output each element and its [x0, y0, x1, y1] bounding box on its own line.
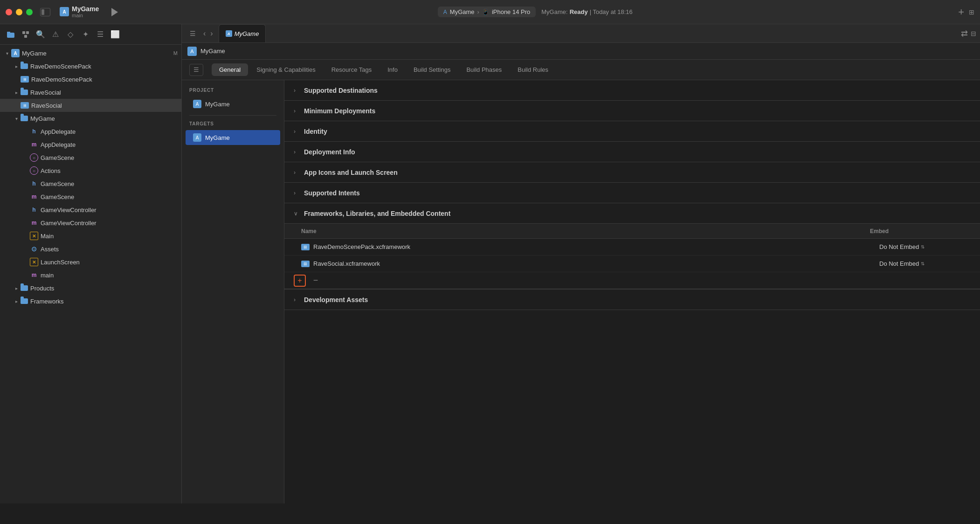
- nav-back-button[interactable]: ‹: [201, 28, 207, 40]
- svg-rect-2: [22, 31, 25, 34]
- project-nav-item-mygame[interactable]: A MyGame: [186, 97, 280, 111]
- section-app-icons[interactable]: › App Icons and Launch Screen: [284, 162, 980, 183]
- tab-build-rules[interactable]: Build Rules: [510, 63, 556, 76]
- device-label: iPhone 14 Pro: [492, 8, 530, 15]
- tree-item-launchscreen[interactable]: ✕ LaunchScreen: [0, 255, 181, 269]
- tree-item-main-xib[interactable]: ✕ Main: [0, 229, 181, 242]
- tab-bar-actions: ⇄ ⊟: [961, 24, 976, 42]
- tree-item-rave-demo-file[interactable]: ⊞ RaveDemoScenePack: [0, 73, 181, 86]
- section-minimum-deployments[interactable]: › Minimum Deployments: [284, 101, 980, 121]
- nav-forward-button[interactable]: ›: [208, 28, 214, 40]
- sidebar-panel-toggle[interactable]: ☰: [186, 27, 200, 41]
- tab-resource-tags[interactable]: Resource Tags: [324, 63, 379, 76]
- tree-item-mygame-folder[interactable]: MyGame: [0, 112, 181, 125]
- tree-item-actions[interactable]: ○ Actions: [0, 164, 181, 177]
- device-icon: 📱: [482, 9, 489, 15]
- framework-row-1[interactable]: ⊞ RaveSocial.xcframework Do Not Embed ⇅: [284, 255, 980, 272]
- chevron-development-assets-icon: ›: [294, 296, 300, 303]
- breadcrumb-icon-label: A: [190, 48, 193, 54]
- tree-item-rave-social-group[interactable]: RaveSocial: [0, 86, 181, 99]
- app-icon: A: [443, 9, 447, 15]
- section-deployment-info[interactable]: › Deployment Info: [284, 142, 980, 162]
- add-button[interactable]: +: [958, 6, 964, 18]
- warning-icon[interactable]: ⚠: [48, 28, 62, 41]
- add-framework-button[interactable]: +: [294, 275, 306, 287]
- framework-file-icon-2: ⊞: [21, 102, 29, 109]
- tab-build-phases[interactable]: Build Phases: [459, 63, 509, 76]
- content-area: ☰ ‹ › A MyGame ⇄ ⊟ A MyGame: [182, 24, 980, 503]
- scheme-label: MyGame: [450, 8, 475, 15]
- tab-info[interactable]: Info: [380, 63, 405, 76]
- breadcrumb-text[interactable]: MyGame: [200, 48, 225, 55]
- embed-dropdown-0[interactable]: Do Not Embed ⇅: [879, 243, 963, 250]
- run-button[interactable]: [108, 6, 121, 19]
- target-nav-item-mygame[interactable]: A MyGame: [186, 130, 280, 145]
- remove-framework-button[interactable]: −: [310, 275, 322, 287]
- chevron-identity-icon: ›: [294, 128, 300, 135]
- sidebar-toggle-button[interactable]: [40, 8, 50, 16]
- nav-controls: ☰ ‹ ›: [186, 24, 215, 42]
- fullscreen-button[interactable]: [26, 9, 33, 15]
- source-control-icon[interactable]: [19, 28, 33, 41]
- embed-dropdown-1[interactable]: Do Not Embed ⇅: [879, 260, 963, 267]
- tree-item-gvc-h[interactable]: h GameViewController: [0, 203, 181, 216]
- tree-item-rave-demo-group[interactable]: RaveDemoScenePack: [0, 60, 181, 73]
- title-bar: A MyGame main A MyGame › 📱 iPhone 14 Pro…: [0, 0, 980, 24]
- chevron-app-icons-icon: ›: [294, 169, 300, 176]
- tree-item-products[interactable]: Products: [0, 282, 181, 295]
- tree-item-assets[interactable]: ⊙ Assets: [0, 242, 181, 255]
- chevron-supported-destinations-icon: ›: [294, 87, 300, 94]
- report-icon[interactable]: ⬜: [108, 28, 122, 41]
- inspector-panel-toggle[interactable]: ☰: [189, 64, 203, 76]
- test-icon[interactable]: ✦: [78, 28, 92, 41]
- folder-icon-mygame: [21, 116, 28, 121]
- sks-icon: ○: [30, 153, 38, 162]
- section-identity[interactable]: › Identity: [284, 121, 980, 142]
- toggle-icon: ☰: [193, 66, 199, 73]
- tree-item-appdelegate-h[interactable]: h AppDelegate: [0, 125, 181, 138]
- scheme-info: MyGame main: [72, 5, 99, 19]
- section-supported-destinations[interactable]: › Supported Destinations: [284, 80, 980, 101]
- tree-item-appdelegate-m[interactable]: m AppDelegate: [0, 138, 181, 151]
- section-title-app-icons: App Icons and Launch Screen: [304, 169, 398, 176]
- minimize-button[interactable]: [16, 9, 22, 15]
- tree-item-rave-social-file[interactable]: ⊞ RaveSocial: [0, 99, 181, 112]
- traffic-lights: [6, 9, 33, 15]
- col-header-embed: Embed: [870, 228, 963, 234]
- inspector-tabs: ☰ General Signing & Capabilities Resourc…: [182, 60, 980, 80]
- tab-general[interactable]: General: [212, 63, 248, 76]
- tab-signing[interactable]: Signing & Capabilities: [249, 63, 323, 76]
- inspector-toggle-button[interactable]: ⊟: [971, 30, 976, 37]
- file-tab-mygame[interactable]: A MyGame: [219, 24, 266, 42]
- m-file-icon-3: m: [30, 219, 38, 227]
- split-editor-button[interactable]: ⇄: [961, 28, 968, 39]
- tree-item-mygame-root[interactable]: A MyGame M: [0, 47, 181, 60]
- tree-arrow-mygame: [4, 50, 10, 56]
- tree-item-gamescene-h[interactable]: h GameScene: [0, 177, 181, 190]
- tree-item-gamescene-m[interactable]: m GameScene: [0, 190, 181, 203]
- section-supported-intents[interactable]: › Supported Intents: [284, 183, 980, 203]
- frameworks-section: ∨ Frameworks, Libraries, and Embedded Co…: [284, 203, 980, 290]
- tab-build-settings[interactable]: Build Settings: [406, 63, 458, 76]
- debug-icon[interactable]: ☰: [93, 28, 107, 41]
- framework-icon-1: ⊞: [301, 261, 310, 267]
- tree-item-gvc-m[interactable]: m GameViewController: [0, 216, 181, 229]
- find-icon[interactable]: 🔍: [34, 28, 48, 41]
- tree-item-frameworks[interactable]: Frameworks: [0, 295, 181, 308]
- layout-toggle-button[interactable]: ⊞: [969, 6, 974, 18]
- diff-icon[interactable]: ◇: [63, 28, 77, 41]
- status-prefix: MyGame:: [541, 8, 567, 15]
- tree-item-gamescene-sks[interactable]: ○ GameScene: [0, 151, 181, 164]
- folder-icon-btn[interactable]: [4, 28, 18, 41]
- tree-label-frameworks: Frameworks: [30, 298, 64, 305]
- section-development-assets[interactable]: › Development Assets: [284, 290, 980, 310]
- tree-arrow-rave-social: [13, 89, 20, 96]
- framework-row-0[interactable]: ⊞ RaveDemoScenePack.xcframework Do Not E…: [284, 239, 980, 255]
- sidebar-tree: A MyGame M RaveDemoScenePack ⊞ RaveDemoS…: [0, 45, 181, 503]
- device-selector[interactable]: A MyGame › 📱 iPhone 14 Pro: [438, 7, 536, 17]
- close-button[interactable]: [6, 9, 12, 15]
- tree-item-main-m[interactable]: m main: [0, 269, 181, 282]
- frameworks-header[interactable]: ∨ Frameworks, Libraries, and Embedded Co…: [284, 203, 980, 224]
- tree-label-rave-demo-file: RaveDemoScenePack: [31, 76, 92, 83]
- scheme-selector[interactable]: A MyGame main: [60, 5, 99, 19]
